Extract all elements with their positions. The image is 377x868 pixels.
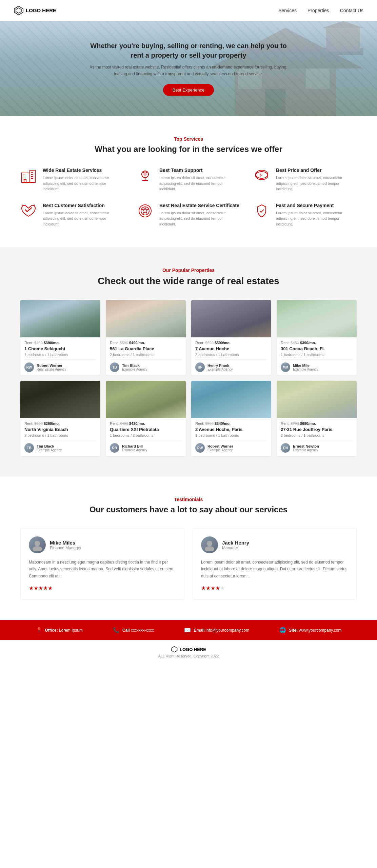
testimonial-name-1: Jack Henry xyxy=(222,540,249,546)
hero-cta-button[interactable]: Best Experience xyxy=(163,84,214,96)
property-beds-5: 1 bedrooms / 2 bathrooms xyxy=(110,433,182,437)
service-title-1: Wide Real Estate Services xyxy=(43,167,123,173)
testimonial-avatar-0 xyxy=(29,536,46,553)
agent-avatar-1: TB xyxy=(110,362,119,372)
properties-grid: Rent: $460 $390/mo. 1 Chome Sekiguchi 1 … xyxy=(20,300,357,456)
agent-info-1: Tim Black Example Agency xyxy=(122,363,147,371)
agent-agency-0: Real Estate Agency xyxy=(37,368,66,371)
nav-link-contact[interactable]: Contact Us xyxy=(340,8,363,13)
footer-logo-row: LOGO HERE xyxy=(5,646,372,653)
property-card-4[interactable]: Rent: $290 $260/mo. North Virginia Beach… xyxy=(20,381,100,456)
footer-red: 📍Office: Lorem Ipsum📞Call xxx-xxx-xxxx✉️… xyxy=(0,620,377,640)
footer-contact-3: 🌐Site: www.yourcompany.com xyxy=(279,627,341,633)
agent-info-4: Tim Black Example Agency xyxy=(37,444,62,452)
service-title-4: Best Customer Satisfaction xyxy=(43,203,123,208)
testimonial-header-0: Mike Miles Finance Manager xyxy=(29,536,176,553)
testimonials-title: Our customers have a lot to say about ou… xyxy=(20,505,357,514)
property-image-0 xyxy=(20,300,100,337)
services-grid: Wide Real Estate Services Lorem ipsum do… xyxy=(20,167,357,227)
property-card-6[interactable]: Rent: $590 $340/mo. 2 Avenue Hoche, Pari… xyxy=(191,381,271,456)
property-card-2[interactable]: Rent: $690 $590/mo. 7 Avenue Hoche 2 bed… xyxy=(191,300,271,375)
footer-copyright: ALL Right Reserved. Copyright 2022 xyxy=(5,654,372,658)
testimonial-text-1: Lorem ipsum dolor sit amet, consectetur … xyxy=(201,559,348,579)
footer-label-3: Site: www.yourcompany.com xyxy=(289,628,341,633)
property-beds-0: 1 bedrooms / 1 bathrooms xyxy=(24,353,96,357)
agent-name-3: Mike Mile xyxy=(293,363,318,368)
svg-marker-1 xyxy=(16,8,21,13)
services-section-label: Top Services xyxy=(20,136,357,142)
property-rent-2: Rent: $690 $590/mo. xyxy=(195,341,267,345)
property-card-3[interactable]: Rent: $480 $390/mo. 301 Cocoa Beach, FL … xyxy=(277,300,357,375)
agent-name-4: Tim Black xyxy=(37,444,62,448)
testimonials-section: Testimonials Our customers have a lot to… xyxy=(0,476,377,620)
footer-label-2: Email info@yourcompany.com xyxy=(194,628,249,633)
footer-icon-2: ✉️ xyxy=(184,627,191,633)
property-beds-7: 2 bedrooms / 1 bathrooms xyxy=(281,433,353,437)
agent-avatar-5: RB xyxy=(110,443,119,453)
service-desc-6: Lorem ipsum dolor sit amet, consectetur … xyxy=(276,210,357,227)
svg-rect-15 xyxy=(24,180,26,182)
footer-bottom: LOGO HERE ALL Right Reserved. Copyright … xyxy=(0,640,377,664)
footer-logo-icon xyxy=(171,646,178,653)
hero-section: Whether you're buying, selling or rentin… xyxy=(0,21,377,116)
property-agent-1: TB Tim Black Example Agency xyxy=(110,362,182,372)
property-card-5[interactable]: Rent: $490 $420/mo. Quartiere XXI Pietra… xyxy=(106,381,186,456)
service-icon-6 xyxy=(254,203,271,222)
service-icon-1 xyxy=(20,167,37,187)
svg-marker-33 xyxy=(142,208,148,213)
agent-agency-6: Example Agency xyxy=(207,448,233,452)
property-beds-4: 2 bedrooms / 1 bathrooms xyxy=(24,433,96,437)
agent-name-1: Tim Black xyxy=(122,363,147,368)
property-agent-2: HF Henry Frank Example Agency xyxy=(195,362,267,372)
service-desc-2: Lorem ipsum dolor sit amet, consectetur … xyxy=(159,175,240,192)
service-item-2: Best Team Support Lorem ipsum dolor sit … xyxy=(137,167,240,192)
service-item-4: ✦ ✦ Best Customer Satisfaction Lorem ips… xyxy=(20,203,123,227)
property-name-7: 27-21 Rue Jouffroy Paris xyxy=(281,427,353,432)
properties-section-label: Our Popular Properties xyxy=(20,268,357,273)
navbar: LOGO HERE Services Properties Contact Us xyxy=(0,0,377,21)
service-text-6: Fast and Secure Payment Lorem ipsum dolo… xyxy=(276,203,357,227)
agent-agency-5: Example Agency xyxy=(122,448,147,452)
property-image-2 xyxy=(191,300,271,337)
agent-info-7: Ernest Newton Example Agency xyxy=(293,444,319,452)
property-image-4 xyxy=(20,381,100,418)
agent-name-6: Robert Warner xyxy=(207,444,233,448)
nav-link-services[interactable]: Services xyxy=(278,8,297,13)
property-name-0: 1 Chome Sekiguchi xyxy=(24,346,96,351)
property-image-6 xyxy=(191,381,271,418)
services-section-title: What you are looking for in the services… xyxy=(20,144,357,154)
agent-name-5: Richard Bill xyxy=(122,444,147,448)
agent-avatar-0: RW xyxy=(24,362,34,372)
agent-name-7: Ernest Newton xyxy=(293,444,319,448)
property-rent-0: Rent: $460 $390/mo. xyxy=(24,341,96,345)
property-beds-1: 2 bedrooms / 1 bathrooms xyxy=(110,353,182,357)
agent-info-3: Mike Mile Example Agency xyxy=(293,363,318,371)
svg-text:✦: ✦ xyxy=(21,204,23,207)
service-icon-2 xyxy=(137,167,154,187)
testimonial-stars-0: ★★★★★ xyxy=(29,585,176,591)
service-text-4: Best Customer Satisfaction Lorem ipsum d… xyxy=(43,203,123,227)
svg-point-36 xyxy=(207,541,212,546)
property-card-1[interactable]: Rent: $590 $490/mo. 561 La Guardia Place… xyxy=(106,300,186,375)
property-card-0[interactable]: Rent: $460 $390/mo. 1 Chome Sekiguchi 1 … xyxy=(20,300,100,375)
agent-agency-7: Example Agency xyxy=(293,448,319,452)
property-rent-1: Rent: $590 $490/mo. xyxy=(110,341,182,345)
service-icon-4: ✦ ✦ xyxy=(20,203,37,222)
svg-point-23 xyxy=(144,173,146,176)
svg-point-37 xyxy=(205,546,214,551)
testimonial-text-0: Mabonosam in a nesclung eget magna dapib… xyxy=(29,559,176,579)
property-image-1 xyxy=(106,300,186,337)
top-services-section: Top Services What you are looking for in… xyxy=(0,116,377,247)
testimonial-stars-1: ★★★★★ xyxy=(201,585,348,591)
property-rent-6: Rent: $590 $340/mo. xyxy=(195,421,267,426)
svg-text:✦: ✦ xyxy=(33,204,36,207)
testimonial-avatar-1 xyxy=(201,536,218,553)
testimonial-header-1: Jack Henry Manager xyxy=(201,536,348,553)
hero-content: Whether you're buying, selling or rentin… xyxy=(87,41,290,96)
footer-label-0: Office: Lorem Ipsum xyxy=(45,628,83,633)
nav-link-properties[interactable]: Properties xyxy=(307,8,329,13)
property-card-7[interactable]: Rent: $790 $690/mo. 27-21 Rue Jouffroy P… xyxy=(277,381,357,456)
property-beds-3: 1 bedrooms / 1 bathrooms xyxy=(281,353,353,357)
footer-icon-1: 📞 xyxy=(113,627,120,633)
property-name-2: 7 Avenue Hoche xyxy=(195,346,267,351)
